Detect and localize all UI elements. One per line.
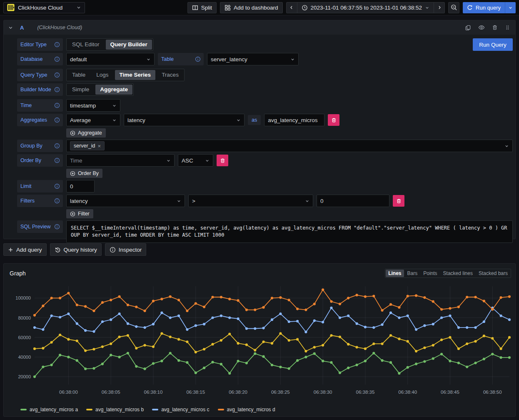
remove-aggregate-button[interactable] [328, 114, 339, 126]
remove-query-trash-icon[interactable] [492, 25, 498, 30]
series-point [347, 367, 349, 369]
series-point [84, 305, 87, 308]
builder-mode-toggle: Simple Aggregate [66, 83, 134, 96]
aggregates-label: Aggregates [17, 114, 63, 126]
order-by-direction-select[interactable]: ASC [178, 154, 213, 167]
time-range-picker[interactable]: 2023-11-01 06:37:55 to 2023-11-01 06:38:… [297, 2, 434, 13]
add-order-by-button[interactable]: Order By [66, 169, 102, 178]
editor-type-sql-editor[interactable]: SQL Editor [67, 39, 105, 50]
graph-style-stacked-bars[interactable]: Stacked bars [476, 269, 511, 278]
query-type-logs[interactable]: Logs [91, 69, 114, 81]
legend-item[interactable]: avg_latency_micros a [20, 407, 78, 412]
series-line [35, 290, 509, 315]
series-point [177, 359, 180, 362]
trash-icon [396, 198, 402, 204]
time-range-text: 2023-11-01 06:37:55 to 2023-11-01 06:38:… [311, 5, 422, 11]
series-point [203, 306, 205, 308]
series-point [127, 304, 129, 306]
hide-response-eye-icon[interactable] [478, 24, 485, 31]
graph-style-stacked-lines[interactable]: Stacked lines [440, 269, 476, 278]
query-type-table[interactable]: Table [67, 69, 91, 81]
series-point [415, 350, 417, 352]
series-point [381, 359, 384, 362]
series-point [220, 315, 222, 317]
inspector-button[interactable]: Inspector [105, 243, 147, 256]
time-shift-back-button[interactable] [286, 2, 297, 13]
series-point [50, 315, 53, 317]
drag-handle-icon[interactable] [505, 25, 510, 30]
series-point [339, 335, 341, 338]
query-row-header: A (ClickHouse Cloud) [4, 20, 515, 35]
svg-text:40000: 40000 [18, 355, 31, 360]
datasource-picker[interactable]: ClickHouse Cloud [3, 2, 85, 13]
aggregate-alias-input[interactable] [264, 114, 324, 126]
chevron-down-icon [504, 144, 509, 148]
series-point [347, 297, 349, 299]
svg-text:80000: 80000 [18, 315, 31, 320]
query-type-traces[interactable]: Traces [156, 69, 184, 81]
builder-mode-simple[interactable]: Simple [67, 84, 95, 95]
series-point [466, 296, 468, 298]
series-point [491, 308, 494, 310]
series-point [440, 316, 443, 319]
filter-operator-select[interactable]: > [188, 195, 313, 207]
svg-text:06:38:35: 06:38:35 [356, 390, 375, 395]
legend-item[interactable]: avg_latency_micros c [152, 407, 209, 412]
group-by-multiselect[interactable]: server_id × [66, 140, 513, 152]
add-filter-button[interactable]: Filter [66, 209, 93, 218]
time-shift-forward-button[interactable] [434, 2, 445, 13]
legend-item[interactable]: avg_latency_micros d [218, 407, 275, 412]
graph-panel: Graph Lines Bars Points Stacked lines St… [3, 263, 516, 417]
limit-input[interactable] [66, 180, 95, 192]
run-query-split-button: Run query [463, 2, 516, 13]
editor-type-query-builder[interactable]: Query Builder [106, 40, 152, 50]
series-point [177, 315, 180, 317]
remove-order-by-button[interactable] [217, 155, 228, 166]
series-point [220, 339, 222, 342]
series-point [356, 322, 358, 325]
time-series-chart[interactable]: 2000040000600008000010000006:38:0006:38:… [7, 282, 513, 403]
duplicate-query-icon[interactable] [465, 25, 471, 31]
series-point [169, 335, 172, 338]
add-to-dashboard-button[interactable]: Add to dashboard [220, 2, 283, 13]
series-point [59, 354, 61, 356]
legend-item[interactable]: avg_latency_micros b [86, 407, 144, 412]
add-aggregate-button[interactable]: Aggregate [66, 128, 106, 138]
filter-value-input[interactable] [317, 195, 389, 207]
time-column-select[interactable]: timestamp [66, 99, 120, 112]
graph-style-bars[interactable]: Bars [404, 269, 421, 278]
series-point [356, 294, 358, 296]
series-point [144, 326, 146, 329]
add-query-button[interactable]: Add query [3, 243, 47, 256]
builder-mode-aggregate[interactable]: Aggregate [95, 85, 132, 95]
graph-style-lines[interactable]: Lines [386, 270, 404, 277]
run-query-button[interactable]: Run query [463, 2, 505, 13]
aggregate-column-select[interactable]: latency [124, 114, 245, 126]
query-type-time-series[interactable]: Time Series [115, 70, 156, 80]
split-label: Split [201, 5, 212, 11]
info-icon [54, 183, 60, 189]
run-query-dropdown-toggle[interactable] [505, 2, 516, 13]
collapse-chevron-icon[interactable] [8, 25, 13, 30]
filter-field-select[interactable]: latency [66, 195, 185, 207]
query-history-button[interactable]: Query history [50, 243, 102, 256]
series-point [296, 320, 299, 322]
aggregate-function-select[interactable]: Average [66, 114, 120, 126]
zoom-out-button[interactable] [448, 2, 459, 13]
series-point [262, 306, 265, 309]
graph-style-points[interactable]: Points [420, 269, 440, 278]
split-button[interactable]: Split [187, 2, 217, 13]
order-by-field-select[interactable]: Time [66, 154, 175, 167]
series-point [389, 303, 392, 306]
series-point [432, 323, 434, 325]
database-select[interactable]: default [66, 53, 155, 65]
series-point [220, 363, 222, 365]
builder-mode-label: Builder Mode [17, 83, 63, 96]
svg-text:06:38:10: 06:38:10 [144, 390, 163, 395]
remove-tag-icon[interactable]: × [97, 143, 101, 149]
table-select[interactable]: server_latency [207, 53, 299, 65]
run-query-panel-button[interactable]: Run Query [473, 38, 513, 51]
series-point [84, 368, 87, 370]
series-point [118, 295, 121, 298]
remove-filter-button[interactable] [393, 195, 404, 207]
